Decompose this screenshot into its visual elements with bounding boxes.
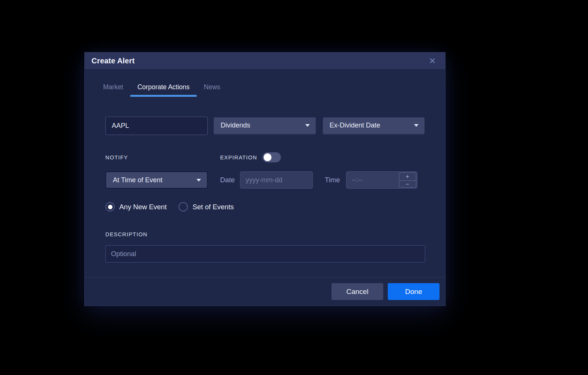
notify-timing-dropdown[interactable]: At Time of Event [105, 171, 208, 189]
expiration-toggle[interactable] [262, 152, 281, 162]
time-spinner: + − [399, 172, 416, 188]
description-cell: DESCRIPTION [105, 231, 424, 238]
dialog-title: Create Alert [92, 57, 135, 65]
category-dropdown[interactable]: Dividends [214, 117, 315, 135]
description-label: DESCRIPTION [105, 231, 147, 237]
symbol-input[interactable] [105, 117, 208, 135]
event-scope-row: Any New Event Set of Events [105, 202, 424, 212]
dialog-titlebar: Create Alert ✕ [85, 52, 445, 70]
time-label: Time [325, 176, 340, 184]
toggle-knob-icon [264, 153, 272, 161]
close-icon: ✕ [429, 57, 436, 65]
dialog-body: Dividends Ex-Divident Date NOTIFY EXPIRA… [85, 117, 445, 262]
chevron-down-icon [414, 124, 418, 127]
cancel-button[interactable]: Cancel [332, 283, 383, 300]
notify-cell: NOTIFY [105, 154, 220, 161]
radio-unselected-icon [178, 202, 188, 212]
close-button[interactable]: ✕ [427, 56, 438, 66]
event-type-dropdown-value: Ex-Divident Date [330, 122, 380, 129]
timing-row: At Time of Event Date Time + − [105, 171, 424, 189]
time-field: + − [346, 171, 417, 189]
alert-criteria-row: Dividends Ex-Divident Date [105, 117, 424, 135]
tab-news[interactable]: News [197, 83, 228, 97]
tab-market-label: Market [103, 83, 123, 91]
done-button[interactable]: Done [388, 283, 440, 300]
radio-set-of-events[interactable]: Set of Events [178, 202, 234, 212]
event-type-dropdown[interactable]: Ex-Divident Date [323, 117, 424, 135]
notify-label: NOTIFY [105, 154, 128, 160]
tab-corporate-actions-label: Corporate Actions [137, 83, 189, 91]
tab-market[interactable]: Market [96, 83, 130, 97]
description-input[interactable] [105, 245, 425, 262]
expiration-label: EXPIRATION [220, 154, 257, 160]
date-input[interactable] [240, 171, 313, 189]
expiration-cell: EXPIRATION [220, 152, 281, 162]
time-increment-button[interactable]: + [399, 173, 416, 181]
notify-timing-value: At Time of Event [113, 176, 162, 184]
time-input[interactable] [346, 172, 398, 188]
chevron-down-icon [196, 179, 201, 182]
category-dropdown-value: Dividends [220, 122, 250, 129]
chevron-down-icon [305, 124, 310, 127]
radio-selected-icon [105, 202, 115, 212]
tab-bar: Market Corporate Actions News [85, 70, 445, 97]
radio-any-new-event-label: Any New Event [119, 203, 166, 211]
time-decrement-button[interactable]: − [399, 181, 416, 188]
tab-news-label: News [204, 83, 220, 91]
section-labels-row: NOTIFY EXPIRATION [105, 152, 424, 162]
radio-any-new-event[interactable]: Any New Event [105, 202, 166, 212]
dialog-footer: Cancel Done [85, 277, 445, 306]
create-alert-dialog: Create Alert ✕ Market Corporate Actions … [84, 52, 446, 306]
date-label: Date [220, 176, 235, 184]
tab-corporate-actions[interactable]: Corporate Actions [130, 83, 196, 97]
radio-set-of-events-label: Set of Events [192, 203, 234, 211]
active-tab-underline [130, 95, 196, 97]
